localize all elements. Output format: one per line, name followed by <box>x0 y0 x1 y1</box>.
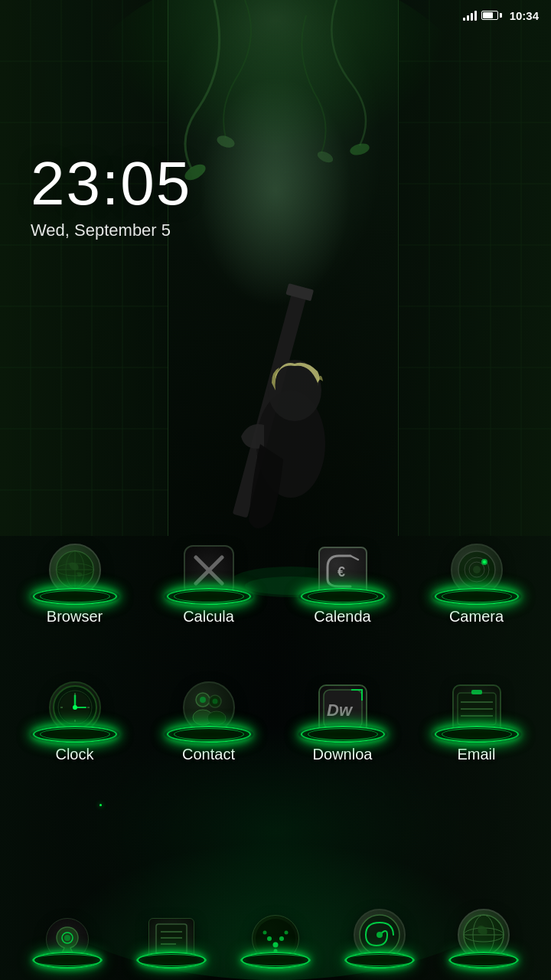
contact-base <box>167 726 251 743</box>
svg-rect-74 <box>471 690 482 694</box>
dock-item-1[interactable] <box>21 907 113 969</box>
signal-bar-4 <box>474 11 477 21</box>
clock-area: 23:05 Wed, September 5 <box>31 153 191 240</box>
battery-body <box>481 11 498 20</box>
svg-point-66 <box>200 697 206 703</box>
dock-row <box>0 907 551 969</box>
svg-point-86 <box>285 931 289 935</box>
svg-point-84 <box>279 936 284 941</box>
svg-point-51 <box>483 560 486 564</box>
dock5-base <box>449 952 518 969</box>
contact-label: Contact <box>182 746 235 763</box>
battery-tip <box>500 13 502 18</box>
calculator-icon-wrapper <box>163 528 255 605</box>
app-download[interactable]: Dw Downloa <box>285 666 400 763</box>
dock-item-4[interactable] <box>334 907 425 969</box>
dock5-wrapper <box>445 907 522 969</box>
app-calculator[interactable]: Calcula <box>152 528 266 626</box>
camera-icon-wrapper <box>431 528 523 605</box>
svg-point-82 <box>273 942 279 948</box>
browser-icon-wrapper <box>29 528 121 605</box>
download-label: Downloa <box>313 746 373 763</box>
dock-item-3[interactable] <box>230 907 321 969</box>
calendar-base <box>301 588 385 605</box>
svg-rect-77 <box>156 924 187 955</box>
svg-point-57 <box>73 705 77 710</box>
calendar-label: Calenda <box>314 608 371 626</box>
building-right <box>398 0 551 536</box>
browser-label: Browser <box>47 608 103 626</box>
svg-point-49 <box>473 566 481 573</box>
download-icon-wrapper: Dw <box>297 666 389 743</box>
app-email[interactable]: Email <box>419 666 534 763</box>
dock-item-2[interactable] <box>126 907 217 969</box>
signal-bars <box>463 10 477 21</box>
dock3-wrapper <box>237 907 314 969</box>
dock1-wrapper <box>29 907 106 969</box>
email-base <box>435 726 519 743</box>
dock4-wrapper <box>341 907 418 969</box>
dock2-wrapper <box>133 907 210 969</box>
svg-point-76 <box>64 935 70 941</box>
status-icons: 10:34 <box>463 9 539 22</box>
camera-label: Camera <box>449 608 504 626</box>
dock2-base <box>137 952 206 969</box>
app-contact[interactable]: Contact <box>152 666 266 763</box>
svg-point-65 <box>207 711 226 725</box>
clock-date: Wed, September 5 <box>31 220 191 240</box>
svg-point-85 <box>263 931 267 935</box>
email-icon-wrapper <box>431 666 523 743</box>
dock-item-5[interactable] <box>438 907 530 969</box>
download-base <box>301 726 385 743</box>
center-glow <box>199 77 352 306</box>
browser-base <box>33 588 117 605</box>
app-browser[interactable]: Browser <box>18 528 132 626</box>
email-label: Email <box>457 746 495 763</box>
particle3 <box>99 804 102 806</box>
signal-bar-3 <box>471 13 473 21</box>
battery-icon <box>481 11 502 20</box>
camera-base <box>435 588 519 605</box>
svg-point-83 <box>267 936 272 941</box>
svg-text:Dw: Dw <box>327 701 354 720</box>
clock-label: Clock <box>55 746 93 763</box>
svg-point-67 <box>212 699 217 704</box>
dock3-base <box>241 952 310 969</box>
apps-row-1: Browser Calcula <box>0 528 551 626</box>
signal-bar-2 <box>467 15 469 21</box>
calculator-base <box>167 588 251 605</box>
signal-bar-1 <box>463 18 465 21</box>
battery-fill <box>483 12 494 18</box>
svg-point-90 <box>377 932 383 938</box>
status-time: 10:34 <box>510 9 539 22</box>
app-camera[interactable]: Camera <box>419 528 534 626</box>
contact-icon-wrapper <box>163 666 255 743</box>
app-clock[interactable]: Clock <box>18 666 132 763</box>
app-calendar[interactable]: € Calenda <box>285 528 400 626</box>
dock1-base <box>33 952 102 969</box>
dock4-base <box>345 952 414 969</box>
calendar-icon-wrapper: € <box>297 528 389 605</box>
clock-icon-wrapper <box>29 666 121 743</box>
calculator-label: Calcula <box>183 608 234 626</box>
status-bar: 10:34 <box>0 0 551 31</box>
svg-text:€: € <box>337 564 345 580</box>
apps-row-2: Clock Contact <box>0 666 551 763</box>
clock-base <box>33 726 117 743</box>
clock-time: 23:05 <box>31 153 191 214</box>
building-left <box>0 0 168 536</box>
